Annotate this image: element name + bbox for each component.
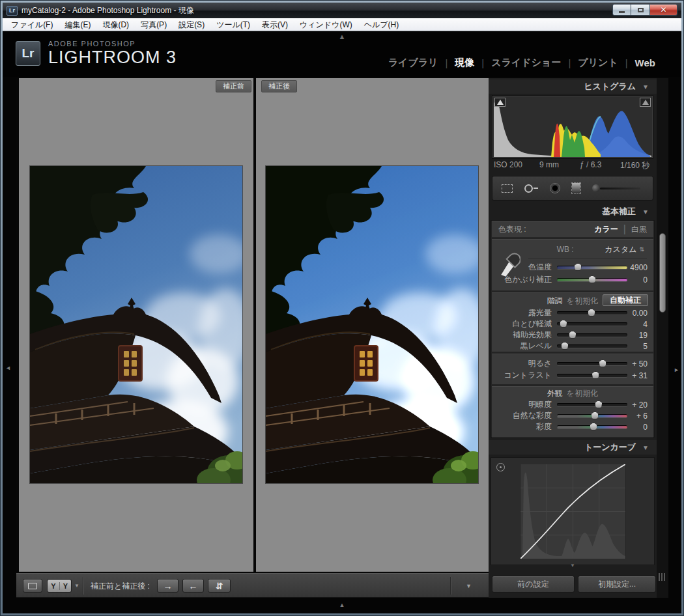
before-pane: 補正前 (19, 78, 253, 572)
after-label: 補正後 (261, 80, 297, 92)
clipping-triangle-icon (642, 100, 649, 105)
basic-panel: 色表現 : カラー | 白黒 WB : カスタム ⇅ (491, 220, 655, 438)
brand: Lr ADOBE PHOTOSHOP LIGHTROOM 3 (16, 40, 177, 66)
collapse-left-arrow-icon[interactable]: ◄ (5, 365, 10, 371)
histogram-header[interactable]: ヒストグラム ▼ (489, 79, 657, 94)
presence-reset-button[interactable]: を初期化 (567, 388, 598, 399)
basic-panel-header[interactable]: 基本補正 ▼ (489, 204, 657, 219)
temperature-slider[interactable] (557, 262, 627, 273)
saturation-slider[interactable] (557, 421, 627, 432)
brand-large-text: LIGHTROOM 3 (48, 48, 177, 66)
menu-file[interactable]: ファイル(F) (5, 18, 59, 31)
blacks-slider[interactable] (557, 341, 627, 352)
lr-logo-icon: Lr (16, 41, 40, 66)
module-separator: | (618, 57, 635, 68)
view-mode-dropdown-icon[interactable]: ▼ (74, 583, 79, 589)
collapse-right-arrow-icon[interactable]: ► (674, 367, 679, 373)
title-bar[interactable]: Lr myCatalog-2 - Adobe Photoshop Lightro… (3, 3, 681, 18)
slider-label: 色温度 (492, 262, 557, 273)
right-panel-collapse-strip[interactable]: ► (671, 78, 681, 572)
copy-after-to-before-button[interactable]: ← (182, 579, 204, 593)
menu-window[interactable]: ウィンドウ(W) (294, 18, 358, 31)
slider-value: 4900 (627, 263, 653, 272)
copy-before-to-after-button[interactable]: → (157, 579, 178, 593)
arrow-right-icon: → (164, 581, 173, 591)
histogram[interactable] (492, 95, 653, 159)
toolbar-options-dropdown-icon[interactable]: ▼ (466, 583, 472, 589)
swap-before-after-button[interactable]: ⇵ (208, 579, 231, 593)
menu-edit[interactable]: 編集(E) (59, 18, 96, 31)
previous-settings-button[interactable]: 前の設定 (492, 576, 575, 593)
panel-arrow-icon: ▼ (642, 83, 649, 91)
maximize-button[interactable] (631, 4, 650, 16)
tone-curve-header[interactable]: トーンカーブ ▼ (489, 440, 657, 455)
module-print[interactable]: プリント (578, 57, 618, 69)
slider-label: 補助光効果 (492, 329, 557, 341)
red-eye-correction-icon[interactable] (550, 183, 560, 193)
before-after-view-button[interactable]: Y Y (47, 579, 72, 593)
module-web[interactable]: Web (635, 57, 655, 68)
slider-value: + 20 (627, 400, 653, 410)
spot-removal-icon[interactable] (524, 184, 538, 193)
presence-section: 外観 を初期化 明瞭度 + 20 自然な彩度 + 6 彩度 (492, 386, 653, 438)
slider-value: + 50 (627, 359, 653, 369)
slider-value: 19 (627, 331, 653, 340)
exposure-slider[interactable] (557, 307, 627, 318)
tone-curve-panel (491, 457, 655, 565)
menu-view[interactable]: 表示(V) (256, 18, 294, 31)
module-slideshow[interactable]: スライドショー (491, 57, 561, 69)
panel-arrow-icon: ▼ (642, 208, 649, 216)
menu-photo[interactable]: 写真(P) (135, 18, 173, 31)
treatment-color-option[interactable]: カラー (594, 224, 618, 235)
menu-settings[interactable]: 設定(S) (173, 18, 210, 31)
reset-settings-button[interactable]: 初期設定... (578, 576, 656, 593)
module-library[interactable]: ライブラリ (388, 57, 438, 69)
contrast-slider[interactable] (557, 370, 627, 381)
menu-tools[interactable]: ツール(T) (210, 18, 256, 31)
recovery-slider[interactable] (557, 318, 627, 329)
toolbar-separator (450, 577, 451, 595)
graduated-filter-icon[interactable] (572, 183, 580, 193)
loupe-view-button[interactable] (23, 579, 42, 593)
scrollbar-grip (659, 573, 666, 581)
menu-develop[interactable]: 現像(D) (96, 18, 135, 31)
slider-label: 色かぶり補正 (492, 274, 557, 285)
clarity-slider[interactable] (557, 399, 627, 410)
scrollbar-thumb[interactable] (659, 233, 666, 313)
tone-curve-plot[interactable] (520, 464, 626, 559)
collapse-top-arrow-icon[interactable]: ▲ (339, 33, 346, 40)
right-panel-scrollbar[interactable] (657, 78, 668, 598)
menu-help[interactable]: ヘルプ(H) (358, 18, 405, 31)
brightness-slider[interactable] (557, 358, 627, 369)
after-pane: 補正後 (256, 78, 489, 572)
slider-value: 5 (627, 342, 653, 351)
collapse-bottom-arrow-icon[interactable]: ▲ (339, 602, 345, 608)
wb-label: WB : (526, 245, 605, 254)
targeted-adjustment-icon[interactable] (496, 463, 505, 471)
before-photo[interactable] (30, 166, 242, 483)
wb-preset-select[interactable]: カスタム (605, 244, 636, 255)
left-panel-collapse-strip[interactable]: ◄ (3, 78, 14, 572)
crop-tool-icon[interactable] (502, 184, 513, 193)
after-photo[interactable] (266, 166, 478, 483)
vibrance-slider[interactable] (557, 410, 627, 421)
fill-light-slider[interactable] (557, 329, 627, 341)
tone-reset-button[interactable]: を初期化 (567, 296, 598, 307)
shadow-clipping-indicator[interactable] (494, 98, 506, 107)
clipping-triangle-icon (497, 100, 504, 105)
module-develop[interactable]: 現像 (455, 57, 474, 69)
treatment-bw-option[interactable]: 白黒 (631, 224, 647, 235)
panel-arrow-icon: ▼ (642, 444, 649, 451)
tint-slider[interactable] (557, 274, 627, 285)
adjustment-brush-icon[interactable] (592, 184, 640, 192)
wb-stepper-icon[interactable]: ⇅ (639, 246, 644, 253)
focal-length-value: 9 mm (539, 160, 580, 171)
right-panel: ヒストグラム ▼ ISO 200 9 mm (489, 78, 657, 598)
minimize-button[interactable] (612, 4, 631, 16)
close-button[interactable]: ✕ (650, 4, 677, 16)
bottom-panel-collapse-strip[interactable]: ▲ (3, 598, 681, 613)
aperture-value: ƒ / 6.3 (580, 160, 620, 171)
highlight-clipping-indicator[interactable] (640, 98, 651, 107)
auto-tone-button[interactable]: 自動補正 (603, 294, 648, 306)
module-picker: ライブラリ | 現像 | スライドショー | プリント | Web (388, 57, 655, 69)
